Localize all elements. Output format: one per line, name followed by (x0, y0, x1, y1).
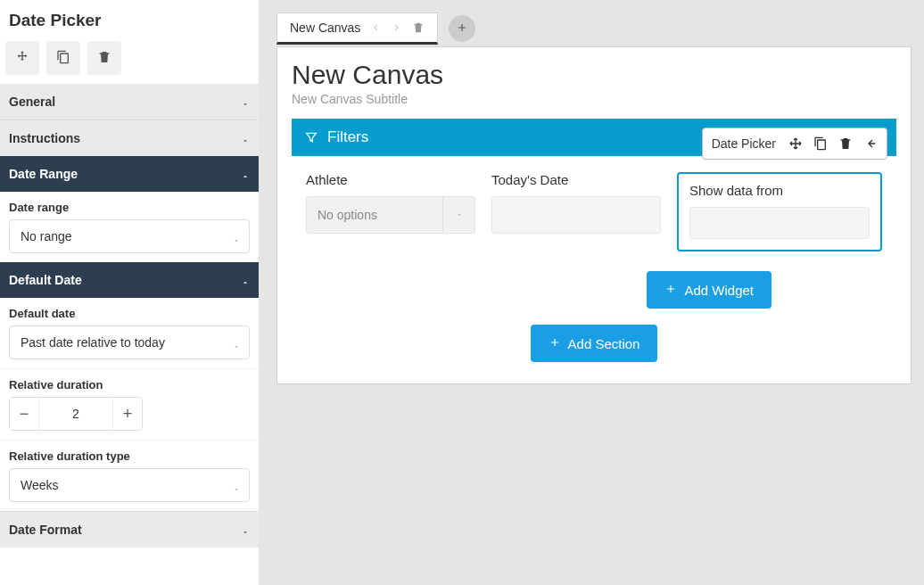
today-input[interactable] (491, 196, 661, 234)
athlete-label: Athlete (306, 172, 475, 187)
arrow-right-icon[interactable] (391, 21, 403, 34)
add-tab-button[interactable] (449, 15, 475, 42)
tabbar: New Canvas (276, 0, 912, 46)
relative-duration-body: Relative duration − 2 + (0, 368, 259, 440)
plus-icon (549, 336, 561, 351)
chevron-down-icon (241, 97, 250, 106)
default-date-label: Default date (9, 307, 250, 320)
tab-new-canvas[interactable]: New Canvas (276, 12, 438, 45)
copy-button[interactable] (46, 41, 80, 75)
stepper-value[interactable]: 2 (38, 398, 113, 430)
date-range-select[interactable]: No range (9, 219, 250, 253)
select-value: Past date relative to today (21, 335, 165, 350)
add-section-button[interactable]: Add Section (531, 325, 658, 362)
canvas-subtitle: New Canvas Subtitle (292, 92, 896, 106)
filter-icon (304, 130, 318, 144)
canvas: New Canvas New Canvas Subtitle Filters D… (276, 46, 912, 384)
chevron-down-icon (233, 233, 240, 240)
accordion-label: Instructions (9, 131, 80, 145)
popup-label: Date Picker (712, 136, 776, 151)
plus-icon (664, 283, 677, 298)
chevron-down-icon (241, 525, 250, 534)
athlete-select[interactable]: No options (306, 196, 475, 234)
sidebar-header: Date Picker (0, 0, 259, 36)
today-label: Today's Date (491, 172, 661, 187)
main: New Canvas New Canvas New Canvas Subtitl… (259, 0, 924, 585)
move-button[interactable] (5, 41, 39, 75)
add-widget-button[interactable]: Add Widget (647, 271, 771, 309)
trash-icon[interactable] (838, 136, 853, 151)
filter-col-show-data: Show data from (677, 172, 882, 251)
sidebar-title: Date Picker (9, 11, 250, 30)
filters-title: Filters (327, 128, 368, 146)
date-picker-popup: Date Picker (702, 128, 887, 160)
accordion-default-date[interactable]: Default Date (0, 262, 259, 298)
trash-icon[interactable] (412, 21, 425, 34)
relative-duration-label: Relative duration (9, 378, 250, 391)
select-value: Weeks (21, 478, 59, 492)
show-data-label: Show data from (689, 183, 870, 198)
move-icon[interactable] (788, 136, 803, 151)
relative-duration-stepper: − 2 + (9, 397, 143, 431)
canvas-title: New Canvas (292, 60, 896, 90)
default-date-body: Default date Past date relative to today (0, 298, 259, 368)
button-label: Add Section (568, 336, 640, 351)
plus-icon (456, 21, 468, 37)
filters-section: Filters Date Picker Athlete No options (292, 119, 896, 309)
tab-label: New Canvas (290, 21, 360, 35)
filters-body: Athlete No options Today's Date Show dat… (292, 156, 896, 266)
filters-header: Filters Date Picker (292, 119, 896, 156)
accordion-label: Default Date (9, 273, 82, 287)
accordion-date-format[interactable]: Date Format (0, 511, 259, 548)
athlete-placeholder: No options (318, 208, 377, 222)
accordion-general[interactable]: General (0, 84, 259, 119)
stepper-increment[interactable]: + (113, 398, 142, 430)
chevron-down-icon (233, 339, 240, 346)
arrow-left-icon[interactable] (863, 136, 878, 151)
filter-col-athlete: Athlete No options (306, 172, 475, 251)
accordion-date-range[interactable]: Date Range (0, 156, 259, 192)
select-value: No range (21, 229, 72, 243)
accordion-instructions[interactable]: Instructions (0, 119, 259, 156)
chevron-down-icon (241, 134, 250, 143)
accordion-label: Date Format (9, 523, 82, 537)
copy-icon[interactable] (813, 136, 828, 151)
relative-duration-type-select[interactable]: Weeks (9, 468, 250, 502)
date-range-body: Date range No range (0, 192, 259, 262)
chevron-down-icon (442, 197, 474, 233)
sidebar: Date Picker General (0, 0, 259, 585)
filter-col-today: Today's Date (491, 172, 661, 251)
sidebar-toolbar (0, 36, 259, 84)
arrow-left-icon[interactable] (369, 21, 382, 34)
trash-icon (97, 50, 111, 67)
move-icon (15, 50, 29, 67)
accordion-label: General (9, 95, 55, 109)
chevron-down-icon (233, 482, 240, 489)
stepper-decrement[interactable]: − (10, 398, 38, 430)
button-label: Add Widget (684, 283, 754, 298)
delete-button[interactable] (87, 41, 121, 75)
date-range-label: Date range (9, 201, 250, 214)
accordion-label: Date Range (9, 167, 78, 181)
relative-duration-type-body: Relative duration type Weeks (0, 440, 259, 511)
show-data-input[interactable] (689, 207, 870, 239)
app: Date Picker General (0, 0, 924, 585)
chevron-up-icon (241, 169, 250, 178)
copy-icon (56, 50, 70, 67)
add-section-row: Add Section (292, 325, 896, 362)
default-date-select[interactable]: Past date relative to today (9, 325, 250, 359)
relative-duration-type-label: Relative duration type (9, 449, 250, 463)
add-widget-row: Add Widget (292, 271, 896, 309)
date-picker-widget[interactable]: Show data from (677, 172, 882, 251)
chevron-up-icon (241, 276, 250, 284)
